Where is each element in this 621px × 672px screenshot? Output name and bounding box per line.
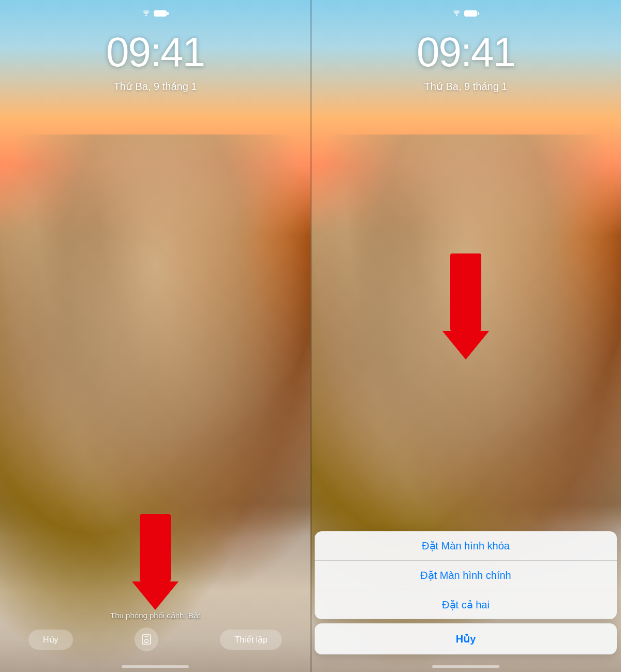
perspective-text: Thu phóng phối cảnh: Bật <box>110 611 200 620</box>
clock-time-right: 09:41 <box>310 28 621 76</box>
clock-date-right: Thứ Ba, 9 tháng 1 <box>310 80 621 93</box>
status-icons-right <box>452 9 479 18</box>
status-icons-left <box>142 9 169 18</box>
cancel-action-button[interactable]: Hủy <box>315 623 617 654</box>
set-both-button[interactable]: Đặt cả hai <box>315 590 617 619</box>
cancel-group: Hủy <box>315 623 617 654</box>
clock-date-left: Thứ Ba, 9 tháng 1 <box>0 80 310 93</box>
wifi-icon-right <box>452 9 461 18</box>
svg-point-2 <box>144 639 148 643</box>
home-indicator-left <box>122 665 189 668</box>
battery-icon-right <box>464 10 479 17</box>
wifi-icon-left <box>142 9 151 18</box>
setup-button[interactable]: Thiết lập <box>220 630 282 650</box>
svg-point-4 <box>456 14 457 16</box>
status-bar-left <box>0 0 310 23</box>
svg-rect-3 <box>144 636 149 637</box>
bottom-buttons: Hủy Thiết lập <box>23 628 287 651</box>
rock-layer-right <box>310 135 621 571</box>
rock-layer <box>0 135 310 571</box>
battery-icon-left <box>154 10 169 17</box>
cancel-button-left[interactable]: Hủy <box>28 630 73 650</box>
left-phone-panel: 09:41 Thứ Ba, 9 tháng 1 Thu phóng phối c… <box>0 0 310 672</box>
bottom-bar-left: Thu phóng phối cảnh: Bật Hủy Thiết lập <box>0 611 310 651</box>
center-icon-button[interactable] <box>135 628 158 651</box>
set-lock-screen-button[interactable]: Đặt Màn hình khóa <box>315 531 617 561</box>
set-home-screen-button[interactable]: Đặt Màn hình chính <box>315 561 617 590</box>
clock-time-left: 09:41 <box>0 28 310 76</box>
svg-point-0 <box>145 14 147 16</box>
right-phone-panel: 09:41 Thứ Ba, 9 tháng 1 Đặt Màn hình khó… <box>310 0 621 672</box>
action-options-group: Đặt Màn hình khóa Đặt Màn hình chính Đặt… <box>315 531 617 619</box>
panel-divider <box>310 0 312 672</box>
status-bar-right <box>310 0 621 23</box>
action-sheet: Đặt Màn hình khóa Đặt Màn hình chính Đặt… <box>310 531 621 672</box>
